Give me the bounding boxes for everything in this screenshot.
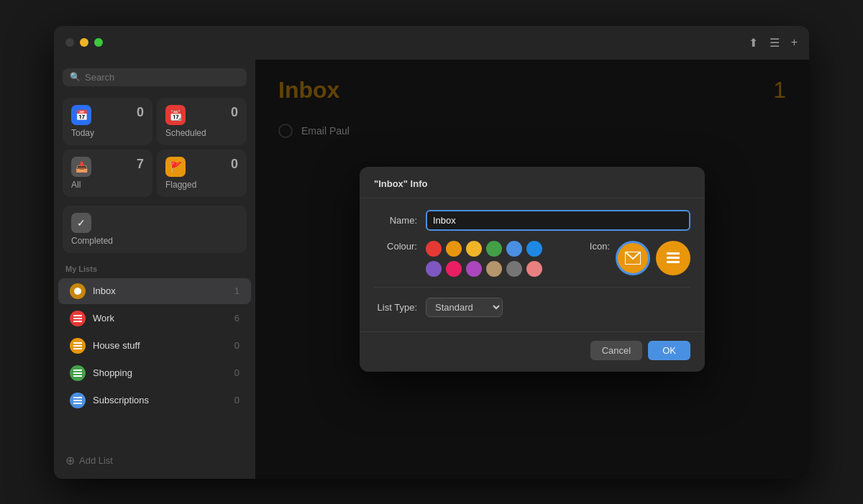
add-list-icon: ⊕ bbox=[65, 454, 75, 467]
list-type-select[interactable]: Standard Grocery bbox=[426, 298, 503, 317]
add-list-button[interactable]: ⊕ Add List bbox=[54, 448, 255, 473]
svg-rect-6 bbox=[73, 348, 82, 349]
minimize-button[interactable] bbox=[80, 38, 88, 47]
completed-header: ✓ bbox=[71, 213, 238, 233]
today-icon: 📅 bbox=[71, 105, 91, 125]
menu-icon[interactable]: ☰ bbox=[770, 36, 780, 50]
list-item-house-stuff[interactable]: House stuff 0 bbox=[58, 333, 251, 359]
my-lists-label: My Lists bbox=[54, 262, 255, 278]
search-bar[interactable]: 🔍 bbox=[63, 68, 247, 86]
shopping-list-count: 0 bbox=[234, 367, 239, 378]
svg-rect-2 bbox=[73, 318, 82, 319]
list-item-work[interactable]: Work 6 bbox=[58, 306, 251, 331]
smart-card-flagged[interactable]: 🚩 0 Flagged bbox=[157, 150, 247, 197]
share-icon[interactable]: ⬆ bbox=[749, 36, 758, 50]
work-list-name: Work bbox=[93, 313, 227, 324]
modal-footer: Cancel OK bbox=[360, 331, 705, 372]
flagged-count: 0 bbox=[231, 157, 238, 172]
smart-card-completed[interactable]: ✓ Completed bbox=[63, 206, 247, 253]
subscriptions-list-name: Subscriptions bbox=[93, 395, 227, 406]
svg-rect-5 bbox=[73, 345, 82, 347]
modal-title: "Inbox" Info bbox=[360, 167, 705, 198]
icon-envelope-option[interactable] bbox=[616, 241, 650, 275]
svg-rect-15 bbox=[667, 257, 680, 259]
svg-rect-11 bbox=[73, 400, 82, 401]
flagged-label: Flagged bbox=[165, 180, 238, 190]
window-controls bbox=[65, 38, 103, 47]
today-count: 0 bbox=[137, 105, 144, 120]
svg-rect-4 bbox=[73, 342, 82, 344]
subscriptions-list-icon bbox=[70, 393, 86, 408]
maximize-button[interactable] bbox=[94, 38, 103, 47]
color-grid bbox=[426, 241, 542, 277]
today-label: Today bbox=[71, 128, 144, 138]
app-window: ⬆ ☰ + 🔍 📅 0 Today bbox=[54, 26, 809, 479]
search-icon: 🔍 bbox=[70, 72, 81, 82]
color-row-1 bbox=[426, 241, 542, 257]
completed-icon: ✓ bbox=[71, 213, 91, 233]
svg-rect-1 bbox=[73, 315, 82, 316]
smart-card-all[interactable]: 📥 7 All bbox=[63, 150, 152, 197]
svg-rect-9 bbox=[73, 375, 82, 377]
color-blue[interactable] bbox=[526, 241, 542, 257]
color-gray[interactable] bbox=[506, 261, 522, 277]
name-label: Name: bbox=[374, 215, 417, 226]
today-header: 📅 0 bbox=[71, 105, 144, 125]
modal-inbox-info: "Inbox" Info Name: Colour: bbox=[360, 167, 705, 372]
color-green[interactable] bbox=[486, 241, 502, 257]
icon-list-option[interactable] bbox=[656, 241, 690, 275]
scheduled-label: Scheduled bbox=[165, 128, 238, 138]
inbox-list-icon bbox=[70, 283, 86, 299]
color-brown[interactable] bbox=[486, 261, 502, 277]
svg-rect-8 bbox=[73, 372, 82, 374]
color-violet[interactable] bbox=[466, 261, 482, 277]
svg-rect-10 bbox=[73, 397, 82, 398]
smart-card-today[interactable]: 📅 0 Today bbox=[63, 98, 152, 145]
icon-options bbox=[616, 241, 690, 275]
smart-lists: 📅 0 Today 📆 0 Scheduled 📥 bbox=[54, 95, 255, 206]
work-list-icon bbox=[70, 311, 86, 326]
house-stuff-list-name: House stuff bbox=[93, 340, 227, 351]
color-yellow[interactable] bbox=[466, 241, 482, 257]
name-input[interactable] bbox=[426, 210, 690, 231]
list-item-inbox[interactable]: Inbox 1 bbox=[58, 278, 251, 304]
add-icon[interactable]: + bbox=[791, 36, 798, 49]
flagged-icon: 🚩 bbox=[165, 157, 186, 177]
shopping-list-icon bbox=[70, 365, 86, 381]
search-input[interactable] bbox=[85, 72, 239, 83]
all-icon: 📥 bbox=[71, 157, 91, 177]
color-lightblue[interactable] bbox=[506, 241, 522, 257]
all-header: 📥 7 bbox=[71, 157, 144, 177]
color-salmon[interactable] bbox=[526, 261, 542, 277]
svg-rect-16 bbox=[667, 261, 680, 263]
color-orange[interactable] bbox=[446, 241, 462, 257]
list-item-shopping[interactable]: Shopping 0 bbox=[58, 360, 251, 386]
color-red[interactable] bbox=[426, 241, 442, 257]
scheduled-count: 0 bbox=[231, 105, 238, 120]
house-stuff-list-count: 0 bbox=[234, 340, 239, 351]
work-list-count: 6 bbox=[234, 313, 239, 324]
title-bar-actions: ⬆ ☰ + bbox=[749, 36, 798, 50]
completed-label: Completed bbox=[71, 236, 238, 246]
flagged-header: 🚩 0 bbox=[165, 157, 238, 177]
list-item-subscriptions[interactable]: Subscriptions 0 bbox=[58, 388, 251, 413]
icon-label: Icon: bbox=[567, 241, 610, 252]
color-pink[interactable] bbox=[446, 261, 462, 277]
sidebar: 🔍 📅 0 Today 📆 0 bbox=[54, 60, 255, 479]
color-label: Colour: bbox=[374, 241, 417, 252]
close-button[interactable] bbox=[65, 38, 74, 47]
content-area: Inbox 1 Email Paul "Inbox" Info Name: bbox=[255, 60, 809, 479]
subscriptions-list-count: 0 bbox=[234, 395, 239, 406]
color-purple[interactable] bbox=[426, 261, 442, 277]
scheduled-icon: 📆 bbox=[165, 105, 186, 125]
list-type-row: List Type: Standard Grocery bbox=[374, 298, 690, 317]
svg-rect-14 bbox=[667, 252, 680, 255]
smart-card-scheduled[interactable]: 📆 0 Scheduled bbox=[157, 98, 247, 145]
svg-rect-3 bbox=[73, 321, 82, 322]
house-stuff-list-icon bbox=[70, 338, 86, 354]
ok-button[interactable]: OK bbox=[648, 341, 690, 360]
modal-overlay: "Inbox" Info Name: Colour: bbox=[255, 60, 809, 479]
cancel-button[interactable]: Cancel bbox=[590, 341, 642, 360]
all-count: 7 bbox=[137, 157, 144, 172]
svg-point-0 bbox=[74, 288, 81, 295]
